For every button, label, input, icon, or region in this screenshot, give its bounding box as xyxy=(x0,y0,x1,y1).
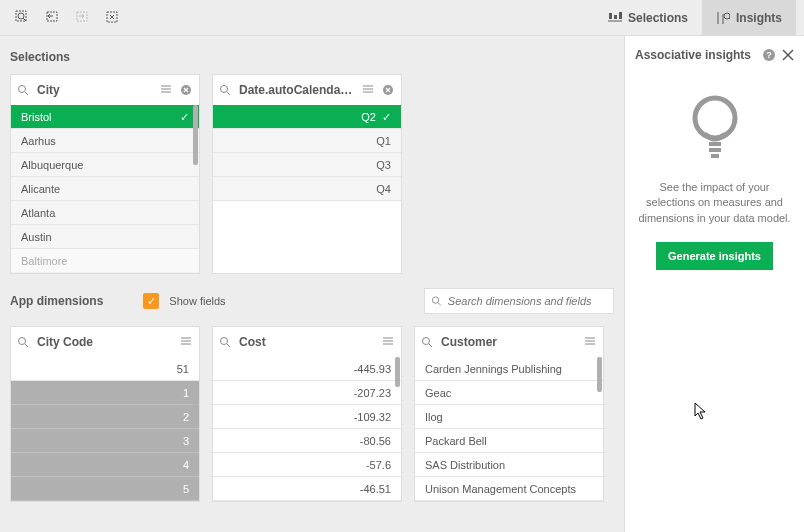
list-icon[interactable] xyxy=(381,335,395,349)
card-city-header: City xyxy=(11,75,199,105)
svg-point-44 xyxy=(423,338,430,345)
svg-line-40 xyxy=(227,344,230,347)
clear-all-button[interactable] xyxy=(98,4,128,32)
selections-row: City Bristol✓ Aarhus Albuquerque Alicant… xyxy=(10,74,614,274)
list-icon[interactable] xyxy=(159,83,173,97)
card-date-body: Q2✓ Q1 Q3 Q4 xyxy=(213,105,401,201)
svg-rect-8 xyxy=(609,13,612,19)
list-item[interactable]: Packard Bell xyxy=(415,429,603,453)
svg-point-24 xyxy=(221,86,228,93)
clear-icon[interactable] xyxy=(381,83,395,97)
clear-icon[interactable] xyxy=(179,83,193,97)
card-citycode-body: 51 1 2 3 4 5 xyxy=(11,357,199,501)
list-item[interactable]: -109.32 xyxy=(213,405,401,429)
show-fields-checkbox[interactable]: ✓ xyxy=(143,293,159,309)
toolbar-right-group: Selections Insights xyxy=(594,0,796,36)
list-item[interactable]: Alicante xyxy=(11,177,199,201)
svg-line-15 xyxy=(729,18,730,19)
list-item[interactable]: 5 xyxy=(11,477,199,501)
card-citycode-header: City Code xyxy=(11,327,199,357)
svg-rect-54 xyxy=(709,142,721,146)
scrollbar[interactable] xyxy=(395,357,400,387)
svg-point-53 xyxy=(695,98,735,138)
list-item[interactable]: Aarhus xyxy=(11,129,199,153)
search-icon[interactable] xyxy=(17,336,31,348)
list-item[interactable]: Albuquerque xyxy=(11,153,199,177)
toolbar-left-group xyxy=(8,4,128,32)
list-item[interactable]: Bristol✓ xyxy=(11,105,199,129)
list-item[interactable]: 51 xyxy=(11,357,199,381)
list-item[interactable]: -445.93 xyxy=(213,357,401,381)
search-icon[interactable] xyxy=(219,84,233,96)
list-item[interactable]: Atlanta xyxy=(11,201,199,225)
list-item[interactable]: 1 xyxy=(11,381,199,405)
search-icon[interactable] xyxy=(17,84,31,96)
card-date-title: Date.autoCalendar.... xyxy=(239,83,355,97)
search-icon[interactable] xyxy=(421,336,435,348)
list-item[interactable]: Q1 xyxy=(213,129,401,153)
list-item[interactable]: Q4 xyxy=(213,177,401,201)
list-item[interactable]: Q2✓ xyxy=(213,105,401,129)
step-back-button[interactable] xyxy=(38,4,68,32)
step-forward-button[interactable] xyxy=(68,4,98,32)
card-citycode-title: City Code xyxy=(37,335,173,349)
list-item[interactable]: -207.23 xyxy=(213,381,401,405)
search-icon xyxy=(431,295,442,307)
search-icon[interactable] xyxy=(219,336,233,348)
list-item[interactable]: Geac xyxy=(415,381,603,405)
list-item[interactable]: SAS Distribution xyxy=(415,453,603,477)
svg-line-33 xyxy=(438,303,441,306)
list-item[interactable]: Austin xyxy=(11,225,199,249)
list-item[interactable]: Carden Jennings Publishing xyxy=(415,357,603,381)
list-item[interactable]: -57.6 xyxy=(213,453,401,477)
dimensions-search[interactable] xyxy=(424,288,614,314)
scrollbar[interactable] xyxy=(597,357,602,392)
step-forward-icon xyxy=(75,10,91,26)
dimensions-search-input[interactable] xyxy=(448,295,607,307)
smart-search-button[interactable] xyxy=(8,4,38,32)
show-fields-label: Show fields xyxy=(169,295,225,307)
card-cost-header: Cost xyxy=(213,327,401,357)
step-back-icon xyxy=(45,10,61,26)
list-item[interactable]: 4 xyxy=(11,453,199,477)
svg-line-35 xyxy=(25,344,28,347)
svg-point-34 xyxy=(19,338,26,345)
card-cost-body: -445.93 -207.23 -109.32 -80.56 -57.6 -46… xyxy=(213,357,401,501)
card-city: City Bristol✓ Aarhus Albuquerque Alicant… xyxy=(10,74,200,274)
help-icon[interactable]: ? xyxy=(762,48,776,62)
list-icon[interactable] xyxy=(361,83,375,97)
svg-rect-55 xyxy=(709,148,721,152)
app-dimensions-title: App dimensions xyxy=(10,294,103,308)
insights-body: See the impact of your selections on mea… xyxy=(635,180,794,226)
card-customer-header: Customer xyxy=(415,327,603,357)
svg-line-25 xyxy=(227,92,230,95)
scrollbar[interactable] xyxy=(193,105,198,165)
list-item[interactable]: Baltimore xyxy=(11,249,199,273)
close-icon[interactable] xyxy=(782,49,794,61)
tab-selections[interactable]: Selections xyxy=(594,0,702,36)
check-icon: ✓ xyxy=(180,105,189,129)
card-customer-title: Customer xyxy=(441,335,577,349)
list-item[interactable]: 2 xyxy=(11,405,199,429)
list-item[interactable]: 3 xyxy=(11,429,199,453)
card-customer: Customer Carden Jennings Publishing Geac… xyxy=(414,326,604,502)
tab-selections-label: Selections xyxy=(628,11,688,25)
card-city-body: Bristol✓ Aarhus Albuquerque Alicante Atl… xyxy=(11,105,199,273)
insights-pane: Associative insights ? See the impact of… xyxy=(624,36,804,532)
top-toolbar: Selections Insights xyxy=(0,0,804,36)
list-item[interactable]: -80.56 xyxy=(213,429,401,453)
scrollbar[interactable] xyxy=(193,381,198,421)
lightbulb-icon xyxy=(687,92,743,162)
list-item[interactable]: Unison Management Concepts xyxy=(415,477,603,501)
list-item[interactable]: -46.51 xyxy=(213,477,401,501)
generate-insights-button[interactable]: Generate insights xyxy=(656,242,773,270)
clear-all-icon xyxy=(105,10,121,26)
list-icon[interactable] xyxy=(583,335,597,349)
list-item[interactable]: Ilog xyxy=(415,405,603,429)
tab-insights[interactable]: Insights xyxy=(702,0,796,36)
list-item[interactable]: Q3 xyxy=(213,153,401,177)
svg-text:?: ? xyxy=(766,50,772,60)
svg-point-32 xyxy=(432,297,438,303)
card-customer-body: Carden Jennings Publishing Geac Ilog Pac… xyxy=(415,357,603,501)
list-icon[interactable] xyxy=(179,335,193,349)
